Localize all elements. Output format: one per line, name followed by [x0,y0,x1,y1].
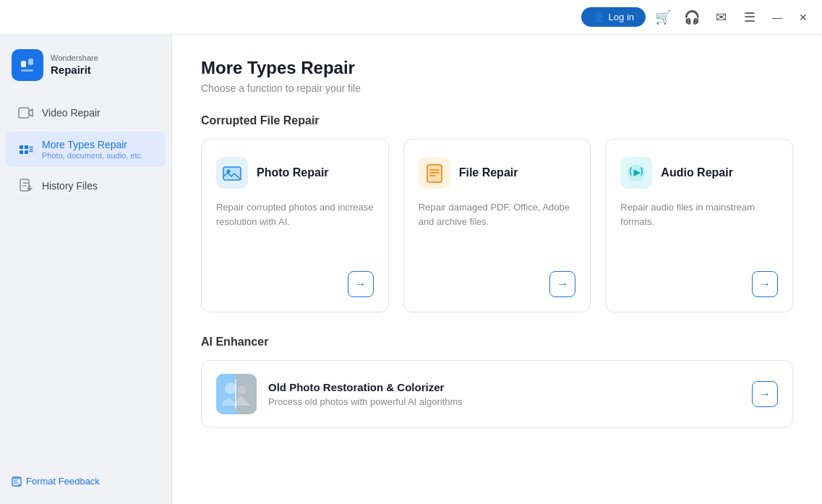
file-repair-desc: Repair damaged PDF, Office, Adobe and ar… [419,200,576,260]
minimize-button[interactable]: — [767,7,787,27]
svg-rect-18 [427,165,442,182]
file-repair-icon [424,163,445,183]
photo-repair-header: Photo Repair [216,157,374,189]
svg-rect-4 [19,108,29,118]
audio-repair-desc: Repair audio files in mainstream formats… [620,200,778,260]
feedback-icon [12,477,22,487]
sidebar-item-video-repair[interactable]: Video Repair [6,97,166,129]
svg-rect-7 [20,150,23,154]
product-name: Repairit [51,64,98,77]
user-icon: 👤 [593,12,604,22]
title-bar-actions: 👤 Log in 🛒 🎧 ✉ ☰ — ✕ [581,6,813,29]
audio-repair-header: Audio Repair [620,157,778,189]
file-repair-header: File Repair [419,157,576,189]
menu-button[interactable]: ☰ [738,6,761,29]
login-label: Log in [609,12,634,22]
audio-repair-icon-bg [620,157,652,189]
main-content: More Types Repair Choose a function to r… [172,35,822,504]
file-repair-card[interactable]: File Repair Repair damaged PDF, Office, … [403,139,591,312]
headset-button[interactable]: 🎧 [680,6,703,29]
file-repair-arrow: → [419,271,576,297]
more-types-text: More Types Repair Photo, document, audio… [42,139,143,160]
photo-repair-card[interactable]: Photo Repair Repair corrupted photos and… [201,139,389,312]
file-repair-title: File Repair [459,166,518,179]
file-repair-arrow-btn[interactable]: → [549,271,575,297]
svg-point-26 [225,383,236,394]
history-files-text: History Files [42,180,98,192]
brand-name: Wondershare [51,54,98,63]
more-types-repair-icon [17,141,35,158]
svg-rect-27 [235,380,236,409]
old-photo-restoration-card[interactable]: Old Photo Restoration & Colorizer Proces… [201,360,793,428]
old-photo-restoration-arrow-btn[interactable]: → [752,381,778,407]
svg-rect-2 [28,59,33,65]
svg-rect-6 [25,145,28,149]
photo-repair-icon [222,163,242,183]
svg-rect-12 [20,179,29,191]
svg-rect-15 [223,167,241,180]
svg-rect-25 [236,374,257,414]
svg-point-28 [238,385,247,394]
svg-rect-1 [21,61,26,67]
photo-repair-icon-bg [216,157,248,189]
page-subtitle: Choose a function to repair your file [201,82,793,94]
cart-button[interactable]: 🛒 [651,6,675,29]
audio-repair-arrow: → [620,271,778,297]
old-photo-restoration-text: Old Photo Restoration & Colorizer Proces… [268,381,740,407]
app-body: Wondershare Repairit Video Repair [0,35,822,504]
ai-section-title: AI Enhancer [201,336,793,349]
video-repair-icon [17,104,35,121]
old-photo-restoration-icon [216,374,257,414]
svg-rect-5 [20,145,23,149]
title-bar: 👤 Log in 🛒 🎧 ✉ ☰ — ✕ [0,0,822,35]
logo-text: Wondershare Repairit [51,54,98,76]
old-photo-restoration-title: Old Photo Restoration & Colorizer [268,381,740,393]
sidebar-footer: Format Feedback [0,467,171,495]
file-repair-icon-bg [419,157,450,189]
login-button[interactable]: 👤 Log in [581,7,646,27]
photo-repair-title: Photo Repair [257,166,329,179]
old-photo-restoration-desc: Process old photos with powerful AI algo… [268,396,740,407]
photo-repair-desc: Repair corrupted photos and increase res… [216,200,374,260]
svg-rect-3 [21,69,33,72]
video-repair-text: Video Repair [42,107,100,119]
sidebar-item-more-types-repair[interactable]: More Types Repair Photo, document, audio… [6,132,166,167]
photo-repair-arrow: → [216,271,374,297]
close-button[interactable]: ✕ [793,7,813,27]
format-feedback-label: Format Feedback [26,476,100,487]
mail-button[interactable]: ✉ [709,6,732,29]
corrupted-cards-grid: Photo Repair Repair corrupted photos and… [201,139,793,312]
svg-rect-24 [216,374,236,414]
svg-rect-8 [25,150,28,154]
svg-rect-0 [17,55,38,75]
sidebar-item-history-files[interactable]: History Files [6,170,166,202]
logo-area: Wondershare Repairit [0,43,171,95]
history-files-icon [17,177,35,195]
sidebar: Wondershare Repairit Video Repair [0,35,172,504]
app-logo [12,49,43,81]
page-title: More Types Repair [201,58,793,78]
audio-repair-arrow-btn[interactable]: → [752,271,778,297]
photo-repair-arrow-btn[interactable]: → [348,271,374,297]
audio-repair-title: Audio Repair [661,166,733,179]
corrupted-section-title: Corrupted File Repair [201,114,793,127]
audio-repair-card[interactable]: Audio Repair Repair audio files in mains… [605,139,793,312]
audio-repair-icon [626,163,646,183]
format-feedback-link[interactable]: Format Feedback [12,476,160,487]
